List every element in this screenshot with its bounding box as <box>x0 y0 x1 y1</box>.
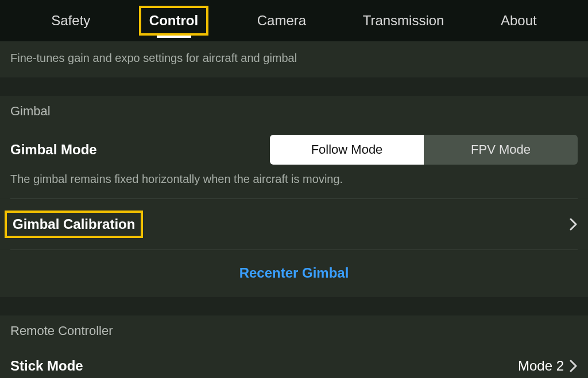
gimbal-mode-follow-option[interactable]: Follow Mode <box>270 135 424 165</box>
recenter-gimbal-button[interactable]: Recenter Gimbal <box>239 265 349 281</box>
section-header-gimbal: Gimbal <box>0 96 588 127</box>
chevron-right-icon <box>570 360 578 372</box>
gimbal-mode-segmented[interactable]: Follow Mode FPV Mode <box>270 135 578 165</box>
stick-mode-value-wrap: Mode 2 <box>518 358 578 374</box>
tab-bar: Safety Control Camera Transmission About <box>0 0 588 41</box>
gain-expo-description: Fine-tunes gain and expo settings for ai… <box>0 41 588 77</box>
section-header-remote: Remote Controller <box>0 315 588 346</box>
tab-camera[interactable]: Camera <box>249 8 314 33</box>
stick-mode-label: Stick Mode <box>10 358 83 374</box>
gimbal-mode-row: Gimbal Mode Follow Mode FPV Mode <box>0 127 588 173</box>
chevron-right-icon <box>570 218 578 231</box>
gimbal-mode-label: Gimbal Mode <box>10 142 97 158</box>
gimbal-mode-help: The gimbal remains fixed horizontally wh… <box>0 173 588 198</box>
stick-mode-row[interactable]: Stick Mode Mode 2 <box>0 346 588 378</box>
tab-about[interactable]: About <box>493 8 545 33</box>
tab-transmission[interactable]: Transmission <box>355 8 452 33</box>
gimbal-mode-fpv-option[interactable]: FPV Mode <box>424 135 578 165</box>
settings-content: Fine-tunes gain and expo settings for ai… <box>0 41 588 378</box>
tab-control-label: Control <box>149 13 198 28</box>
gimbal-calibration-label: Gimbal Calibration <box>5 211 143 238</box>
stick-mode-value: Mode 2 <box>518 358 564 374</box>
tab-control[interactable]: Control <box>139 6 208 36</box>
recenter-gimbal-row: Recenter Gimbal <box>0 250 588 297</box>
section-gap <box>0 297 588 315</box>
gimbal-calibration-row[interactable]: Gimbal Calibration <box>0 199 588 250</box>
section-gap <box>0 77 588 96</box>
tab-safety[interactable]: Safety <box>43 8 98 33</box>
tab-active-underline <box>157 36 191 38</box>
